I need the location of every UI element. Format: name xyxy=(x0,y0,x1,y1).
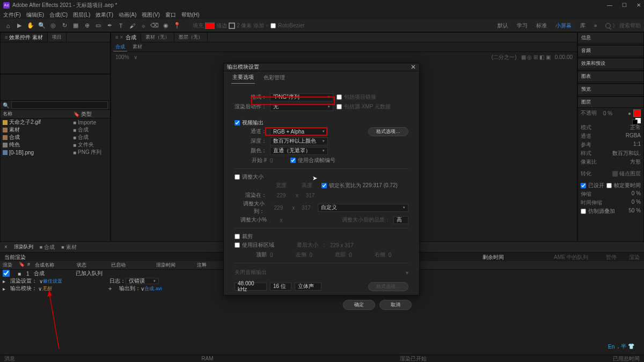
workspace-learn[interactable]: 学习 xyxy=(517,22,528,29)
tab-layer[interactable]: 图层（无） xyxy=(174,33,208,42)
post-render-dropdown[interactable]: 无▾ xyxy=(270,103,333,111)
tab-project-aux[interactable]: 项目 xyxy=(48,33,67,42)
project-item[interactable]: [0-1B].png■ PNG 序列 xyxy=(1,149,110,156)
color-dropdown[interactable]: 直通（无遮罩）▾ xyxy=(270,147,328,155)
include-xmp-checkbox[interactable] xyxy=(336,104,342,109)
tab-comp-timeline[interactable]: ■ 合成 xyxy=(40,243,55,251)
tab-render-queue[interactable]: 渲染队列 xyxy=(14,243,33,250)
roto-tool-icon[interactable]: ◉ xyxy=(161,21,171,31)
selection-tool-icon[interactable]: ▶ xyxy=(14,21,24,31)
add-mode[interactable]: 添加 ○ xyxy=(253,22,269,29)
panel-info[interactable]: 信息 xyxy=(578,33,643,43)
output-module-link[interactable]: 无损 xyxy=(42,285,52,292)
project-item[interactable]: 纯色■ 文件夹 xyxy=(1,141,110,149)
camera-tool-icon[interactable]: ▦ xyxy=(71,21,80,31)
timeline-icon[interactable]: × xyxy=(4,244,8,250)
rotate-tool-icon[interactable]: ↻ xyxy=(60,21,69,31)
format-dropdown[interactable]: "PNG"序列▾ xyxy=(270,93,333,101)
subtab-comp[interactable]: 合成 xyxy=(113,43,127,51)
text-tool-icon[interactable]: T xyxy=(116,21,126,31)
resize-checkbox[interactable] xyxy=(235,174,240,180)
menu-view[interactable]: 视图(V) xyxy=(142,11,159,19)
workspace-lib[interactable]: 库 xyxy=(580,22,586,29)
brush-color-swatch[interactable] xyxy=(633,109,641,117)
dialog-close-button[interactable]: ✕ xyxy=(411,63,416,71)
search-help[interactable]: 》 搜索帮助 xyxy=(605,22,641,29)
zoom-dropdown[interactable]: 100% xyxy=(115,54,129,60)
output-to-link[interactable]: 合成.avi xyxy=(144,285,162,292)
format-options-button[interactable]: 格式选项… xyxy=(368,127,408,136)
menu-edit[interactable]: 编辑(E) xyxy=(26,11,44,19)
log-dropdown[interactable]: 仅错误▾ xyxy=(126,278,159,284)
render-settings-link[interactable]: 最佳设置 xyxy=(43,278,62,285)
panel-effects[interactable]: 效果和预设 xyxy=(578,58,643,69)
subtab-footage[interactable]: 素材 xyxy=(130,43,144,51)
eraser-tool-icon[interactable]: ⌫ xyxy=(150,21,159,31)
project-item[interactable]: 合成■ 合成 xyxy=(1,134,110,141)
ime-indicator[interactable]: En，半 👕 xyxy=(608,343,634,350)
fill-swatch[interactable] xyxy=(205,23,215,29)
project-item[interactable]: 天命之子2.gif■ Importe xyxy=(1,119,110,126)
tab-main-options[interactable]: 主要选项 xyxy=(231,71,255,84)
home-icon[interactable]: ⌂ xyxy=(3,21,13,31)
filter-icon[interactable]: 🔍 xyxy=(3,102,9,108)
workspace-more-icon[interactable]: » xyxy=(594,23,597,28)
orbit-tool-icon[interactable]: ◎ xyxy=(48,21,58,31)
menu-anim[interactable]: 动画(A) xyxy=(119,11,136,19)
lock-aspect-checkbox[interactable] xyxy=(321,183,327,188)
col-name[interactable]: 名称 xyxy=(1,110,71,118)
menu-window[interactable]: 窗口 xyxy=(165,11,176,19)
menu-help[interactable]: 帮助(H) xyxy=(181,11,200,19)
window-close-button[interactable]: ✕ xyxy=(636,2,641,8)
rotobezier-checkbox[interactable] xyxy=(270,23,276,28)
stroke-width[interactable]: 2 像素 xyxy=(237,22,252,29)
shape-tool-icon[interactable]: ▭ xyxy=(93,21,103,31)
brush-tool-icon[interactable]: 🖌 xyxy=(127,21,137,31)
cancel-button[interactable]: 取消 xyxy=(379,300,412,310)
tab-footage[interactable]: 素材（无） xyxy=(141,33,174,42)
tab-effect-controls[interactable]: ≡效果控件 素材 xyxy=(1,33,48,42)
window-minimize-button[interactable]: — xyxy=(607,2,612,8)
tab-footage-timeline[interactable]: ■ 素材 xyxy=(61,243,76,251)
video-output-checkbox[interactable] xyxy=(235,120,240,125)
puppet-tool-icon[interactable]: 📍 xyxy=(172,21,182,31)
clone-overlay-checkbox[interactable] xyxy=(581,209,586,214)
project-filter-input[interactable] xyxy=(11,101,108,109)
include-project-link-checkbox[interactable] xyxy=(336,94,342,100)
tab-color-mgmt[interactable]: 色彩管理 xyxy=(262,72,286,84)
project-item[interactable]: 素材■ 合成 xyxy=(1,126,110,134)
zoom-tool-icon[interactable]: 🔍 xyxy=(37,21,47,31)
pen-tool-icon[interactable]: ✒ xyxy=(105,21,114,31)
ok-button[interactable]: 确定 xyxy=(343,300,375,310)
col-type[interactable]: 🔖 类型 xyxy=(71,110,94,118)
panel-chart[interactable]: 图表 xyxy=(578,71,643,82)
crop-checkbox[interactable] xyxy=(235,234,240,239)
workspace-small[interactable]: 小屏幕 xyxy=(555,22,572,29)
bg-swatch[interactable] xyxy=(632,120,638,125)
menu-layer[interactable]: 图层(L) xyxy=(73,11,90,19)
clone-tool-icon[interactable]: ⟐ xyxy=(138,21,148,31)
inpoint-checkbox[interactable] xyxy=(581,183,586,188)
stroke-swatch[interactable] xyxy=(229,23,235,29)
audio-format-options-button[interactable]: 格式选项… xyxy=(368,282,408,291)
render-checkbox[interactable] xyxy=(3,270,10,277)
panel-layer[interactable]: 图层 xyxy=(578,97,643,108)
panel-preview[interactable]: 预览 xyxy=(578,84,643,95)
anchor-tool-icon[interactable]: ⊕ xyxy=(82,21,92,31)
workspace-standard[interactable]: 标准 xyxy=(536,22,547,29)
depth-dropdown[interactable]: 数百万种以上颜色▾ xyxy=(270,137,328,145)
panel-audio[interactable]: 音频 xyxy=(578,46,643,56)
add-output-button[interactable]: + xyxy=(108,285,112,292)
window-maximize-button[interactable]: ☐ xyxy=(622,2,627,8)
resize-preset-dropdown[interactable]: 自定义▾ xyxy=(318,204,408,212)
use-roi-checkbox[interactable] xyxy=(235,242,240,248)
menu-effect[interactable]: 效果(T) xyxy=(96,11,113,19)
resolution-dropdown[interactable]: (二分之一) xyxy=(492,54,517,61)
menu-comp[interactable]: 合成(C) xyxy=(49,11,68,19)
outpoint-checkbox[interactable] xyxy=(606,183,612,188)
menu-file[interactable]: 文件(F) xyxy=(3,11,21,19)
hand-tool-icon[interactable]: ✋ xyxy=(26,21,35,31)
channels-dropdown[interactable]: RGB + Alpha▾ xyxy=(270,128,328,136)
workspace-default[interactable]: 默认 xyxy=(497,22,508,29)
use-comp-frame-checkbox[interactable] xyxy=(290,158,296,163)
